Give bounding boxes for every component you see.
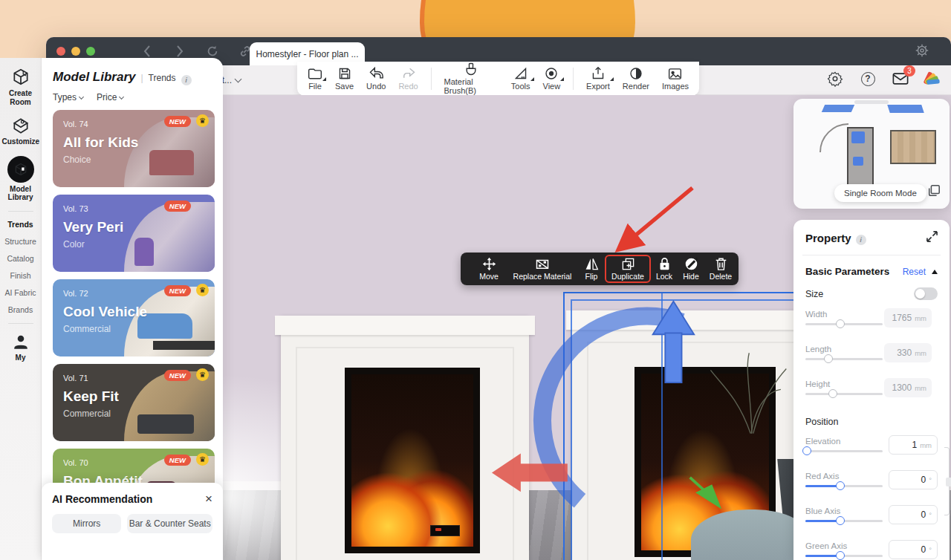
card-photo (124, 117, 215, 187)
fireplace-left[interactable] (281, 316, 529, 560)
sidebar-item-structure[interactable]: Structure (0, 237, 41, 246)
sidebar-item-create-room[interactable]: Create Room (0, 68, 41, 106)
maximize-window-button[interactable] (86, 47, 95, 56)
length-input[interactable]: 330 mm (884, 343, 932, 362)
minimize-window-button[interactable] (71, 47, 80, 56)
expand-panel-icon[interactable] (926, 231, 938, 245)
red-axis-input[interactable]: 0 ° (889, 470, 938, 489)
price-filter-dropdown[interactable]: Price (97, 92, 123, 102)
sidebar-item-brands[interactable]: Brands (0, 305, 41, 314)
tab-mirrors[interactable]: Mirrors (52, 514, 121, 533)
info-icon[interactable]: i (181, 75, 192, 85)
settings-gear-icon[interactable] (826, 70, 844, 88)
single-room-mode-button[interactable]: Single Room Mode (834, 184, 926, 202)
trend-card-cool-vehicle[interactable]: NEW ♛ Vol. 72 Cool Vehicle Commercial (53, 279, 215, 356)
toolbar-divider (431, 68, 432, 90)
green-axis-slider[interactable] (805, 555, 883, 557)
delete-button[interactable]: Delete (704, 255, 737, 283)
reset-button[interactable]: Reset (903, 267, 926, 277)
lock-button[interactable]: Lock (651, 255, 678, 283)
size-lock-toggle[interactable] (914, 287, 938, 300)
sidebar-item-ai-fabric[interactable]: AI Fabric (0, 288, 41, 297)
new-badge: NEW (164, 455, 191, 466)
file-button[interactable]: File (308, 67, 322, 91)
images-button[interactable]: Images (662, 68, 689, 91)
fireplace-control (430, 525, 460, 536)
floorplan-minimap[interactable]: Single Room Mode (793, 99, 950, 209)
info-icon[interactable]: i (856, 235, 866, 245)
elevation-input[interactable]: 1 mm (889, 435, 938, 455)
card-photo (124, 371, 215, 441)
export-button[interactable]: Export (586, 67, 610, 91)
traffic-lights (56, 47, 95, 56)
types-filter-dropdown[interactable]: Types (53, 92, 83, 102)
elevation-slider[interactable] (805, 450, 883, 452)
sidebar-item-trends[interactable]: Trends (0, 220, 41, 229)
sidebar-divider (8, 323, 33, 324)
trend-card-all-for-kids[interactable]: NEW ♛ Vol. 74 All for Kids Choice (53, 110, 215, 187)
save-button[interactable]: Save (335, 67, 354, 91)
height-input[interactable]: 1300 mm (884, 378, 932, 397)
customize-box-icon (11, 116, 30, 135)
flip-button[interactable]: Flip (578, 255, 605, 283)
blue-axis-input[interactable]: 0 ° (889, 505, 938, 524)
room-mode-switch-icon[interactable] (927, 184, 941, 201)
width-slider[interactable] (805, 323, 883, 325)
red-axis-slider[interactable] (805, 485, 883, 487)
replace-material-button[interactable]: Replace Material (507, 255, 578, 283)
position-label: Position (805, 417, 938, 427)
help-icon[interactable]: ? (859, 70, 877, 88)
close-window-button[interactable] (56, 47, 65, 56)
dropdown-corner (530, 77, 534, 81)
plan-selected-furniture (851, 131, 865, 143)
extension-gear-icon[interactable] (914, 42, 930, 62)
dropdown-corner (322, 77, 326, 81)
membership-crown-icon: ♛ (196, 114, 209, 127)
redo-button[interactable]: Redo (398, 67, 418, 91)
close-icon[interactable]: × (205, 492, 212, 505)
plan-window-marker (822, 105, 854, 112)
width-input[interactable]: 1765 mm (884, 308, 932, 328)
length-slider[interactable] (805, 358, 883, 360)
blue-axis-field: Blue Axis 0 ° (805, 504, 938, 532)
sidebar-item-catalog[interactable]: Catalog (0, 254, 41, 263)
sidebar-item-finish[interactable]: Finish (0, 271, 41, 280)
membership-crown-icon: ♛ (196, 453, 209, 466)
new-badge: NEW (164, 370, 191, 381)
messages-icon[interactable]: 3 (892, 70, 909, 88)
trend-card-keep-fit[interactable]: NEW ♛ Vol. 71 Keep Fit Commercial (53, 364, 215, 441)
message-count-badge: 3 (903, 65, 915, 76)
minimap-collapse-handle[interactable] (854, 100, 889, 104)
homestyler-account-icon[interactable] (924, 70, 942, 88)
sidebar-item-model-library[interactable]: Model Library (0, 156, 41, 202)
length-field: Length 330 mm (805, 342, 938, 370)
undo-button[interactable]: Undo (366, 67, 386, 91)
tab-bar-counter-seats[interactable]: Bar & Counter Seats (127, 514, 212, 533)
tools-button[interactable]: Tools (511, 67, 530, 91)
material-brush-button[interactable]: Material Brush(B) (444, 62, 499, 95)
plan-room-floor (890, 130, 936, 164)
green-axis-input[interactable]: 0 ° (889, 540, 938, 559)
move-button[interactable]: Move (471, 255, 507, 283)
ai-recommendation-title: AI Recommendation (52, 493, 152, 505)
height-slider[interactable] (805, 393, 883, 395)
hide-button[interactable]: Hide (678, 255, 704, 283)
chevron-down-icon (79, 94, 84, 100)
blue-axis-slider[interactable] (805, 520, 883, 522)
render-button[interactable]: Render (623, 67, 649, 91)
card-photo (124, 287, 215, 356)
trend-card-very-peri[interactable]: NEW Vol. 73 Very Peri Color (53, 195, 215, 272)
collapse-section-icon[interactable] (932, 270, 938, 274)
plan-window-marker (887, 105, 924, 113)
size-link-bracket (944, 447, 950, 515)
view-button[interactable]: View (543, 67, 561, 91)
sidebar-item-my[interactable]: My (0, 333, 41, 362)
tab-title: Homestyler - Floor plan ... (256, 49, 358, 59)
model-library-icon (7, 156, 34, 183)
duplicate-button[interactable]: Duplicate (605, 255, 651, 283)
sidebar-item-customize[interactable]: Customize (0, 116, 41, 146)
chevron-down-icon (119, 94, 124, 100)
new-badge: NEW (164, 201, 191, 212)
ai-recommendation-panel: AI Recommendation × Mirrors Bar & Counte… (42, 483, 223, 560)
left-sidebar: Create Room Customize Model Library Tren… (0, 58, 42, 560)
